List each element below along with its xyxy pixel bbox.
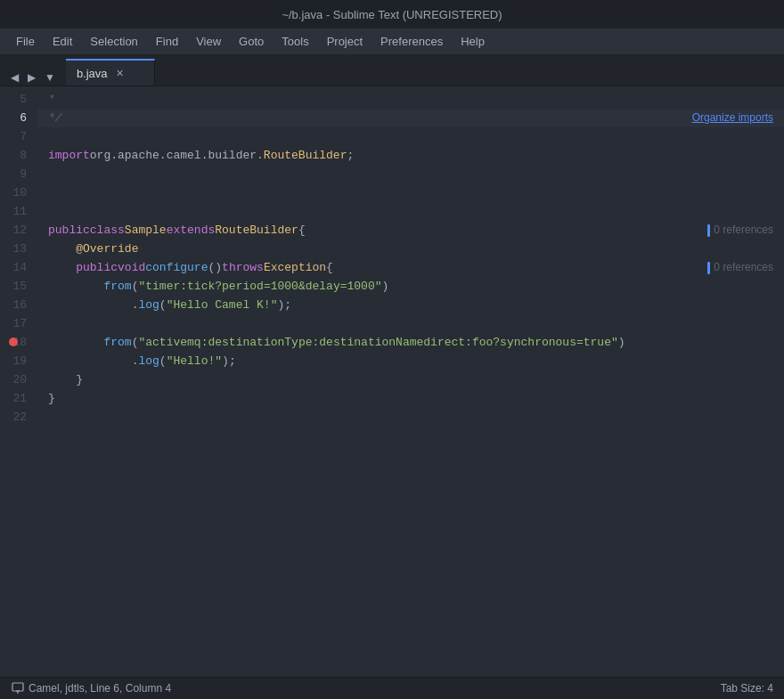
code-line-11 [37,202,784,221]
status-bar: Camel, jdtls, Line 6, Column 4 Tab Size:… [0,677,784,699]
line-number-gutter: 5 6 7 8 9 10 11 12 13 14 15 16 17 18 19 … [0,86,37,677]
menu-project[interactable]: Project [318,31,372,52]
editor: 5 6 7 8 9 10 11 12 13 14 15 16 17 18 19 … [0,86,784,677]
line-num-14: 14 [7,258,27,277]
line-num-9: 9 [7,165,27,183]
line-num-7: 7 [7,127,27,146]
status-right: Tab Size: 4 [721,682,773,695]
menu-view[interactable]: View [187,31,230,52]
tab-navigation: ◀ ▶ ▼ [0,69,66,85]
tab-b-java[interactable]: b.java × [66,59,155,85]
title-bar: ~/b.java - Sublime Text (UNREGISTERED) [0,0,784,28]
menu-find[interactable]: Find [147,31,187,52]
breakpoint-indicator [9,337,18,346]
line-num-13: 13 [7,240,27,258]
line-num-12: 12 [7,221,27,240]
title-text: ~/b.java - Sublime Text (UNREGISTERED) [282,8,502,21]
tab-label: b.java [77,67,108,80]
line-num-20: 20 [7,370,27,389]
status-text: Camel, jdtls, Line 6, Column 4 [29,682,171,695]
code-line-7 [37,127,784,146]
line-num-18: 18 [7,333,27,352]
code-line-9 [37,165,784,183]
line-num-5: 5 [7,90,27,109]
menu-bar: File Edit Selection Find View Goto Tools… [0,28,784,55]
line-num-17: 17 [7,314,27,333]
tab-close-button[interactable]: × [115,66,126,80]
code-line-19: .log("Hello!"); [37,352,784,370]
line-num-10: 10 [7,183,27,202]
organize-imports-link[interactable]: Organize imports [692,109,773,127]
menu-file[interactable]: File [7,31,44,52]
menu-help[interactable]: Help [452,31,494,52]
code-line-18: from("activemq:destinationType:destinati… [37,333,784,352]
tab-prev-button[interactable]: ◀ [7,69,22,85]
code-line-12: public class Sample extends RouteBuilder… [37,221,784,240]
code-line-20: } [37,370,784,389]
code-line-6: */ Organize imports [37,109,784,127]
status-icon [11,681,25,695]
line-num-16: 16 [7,296,27,314]
menu-preferences[interactable]: Preferences [372,31,452,52]
line-num-6: 6 [7,109,27,127]
code-line-8: import org.apache.camel.builder.RouteBui… [37,146,784,165]
line-num-8: 8 [7,146,27,165]
menu-edit[interactable]: Edit [44,31,81,52]
code-line-21: } [37,389,784,408]
class-ref-annotation[interactable]: 0 references [707,221,773,240]
menu-goto[interactable]: Goto [230,31,273,52]
code-line-13: @Override [37,240,784,258]
tab-next-button[interactable]: ▶ [24,69,39,85]
line-num-15: 15 [7,277,27,296]
code-line-22 [37,408,784,427]
code-line-5: * [37,90,784,109]
code-line-17 [37,314,784,333]
line-num-11: 11 [7,202,27,221]
code-line-10 [37,183,784,202]
method-ref-annotation[interactable]: 0 references [707,258,773,277]
code-editor[interactable]: * */ Organize imports import org.apache.… [37,86,784,677]
menu-tools[interactable]: Tools [273,31,317,52]
tab-more-button[interactable]: ▼ [41,69,59,85]
line-num-19: 19 [7,352,27,370]
status-left: Camel, jdtls, Line 6, Column 4 [11,681,171,695]
menu-selection[interactable]: Selection [81,31,146,52]
code-line-16: .log("Hello Camel K!"); [37,296,784,314]
monitor-icon [12,682,24,695]
line-num-21: 21 [7,389,27,408]
code-line-15: from("timer:tick?period=1000&delay=1000"… [37,277,784,296]
svg-rect-0 [12,683,23,691]
line-num-22: 22 [7,408,27,427]
tab-size-text: Tab Size: 4 [721,682,773,695]
code-line-14: public void configure() throws Exception… [37,258,784,277]
tab-bar: ◀ ▶ ▼ b.java × [0,55,784,86]
